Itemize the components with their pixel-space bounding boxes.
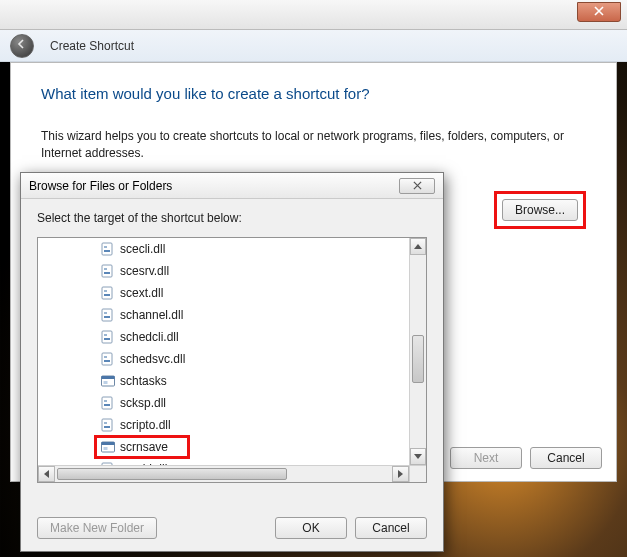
arrow-left-icon — [16, 38, 28, 53]
browse-dialog-title: Browse for Files or Folders — [29, 179, 172, 193]
browse-button[interactable]: Browse... — [502, 199, 578, 221]
wizard-title: Create Shortcut — [50, 39, 134, 53]
file-tree-item[interactable]: scripto.dll — [38, 414, 409, 436]
svg-rect-26 — [104, 422, 107, 424]
dll-file-icon — [100, 417, 116, 433]
file-tree-item-label: scrnsave — [120, 440, 168, 454]
browse-dialog-instruction: Select the target of the shortcut below: — [21, 199, 443, 233]
scroll-down-button[interactable] — [410, 448, 426, 465]
vertical-scroll-thumb[interactable] — [412, 335, 424, 383]
next-button[interactable]: Next — [450, 447, 522, 469]
application-icon — [100, 373, 116, 389]
close-icon — [413, 179, 422, 193]
svg-rect-15 — [102, 353, 112, 365]
svg-rect-13 — [104, 338, 110, 340]
file-tree-item[interactable]: scesrv.dll — [38, 260, 409, 282]
file-tree-item[interactable]: scrobj.dll — [38, 458, 409, 465]
browse-dialog-close-button[interactable] — [399, 178, 435, 194]
file-tree-item[interactable]: scext.dll — [38, 282, 409, 304]
file-tree-item[interactable]: scrnsave — [38, 436, 409, 458]
svg-rect-6 — [102, 287, 112, 299]
ok-button[interactable]: OK — [275, 517, 347, 539]
triangle-up-icon — [414, 244, 422, 249]
svg-rect-0 — [102, 243, 112, 255]
file-tree-item-label: scecli.dll — [120, 242, 165, 256]
svg-rect-24 — [102, 419, 112, 431]
svg-rect-7 — [104, 294, 110, 296]
file-tree-item-label: scksp.dll — [120, 396, 166, 410]
vertical-scrollbar[interactable] — [409, 238, 426, 465]
back-button[interactable] — [10, 34, 34, 58]
horizontal-scroll-thumb[interactable] — [57, 468, 287, 480]
file-tree: scecli.dllscesrv.dllscext.dllschannel.dl… — [37, 237, 427, 483]
cancel-button[interactable]: Cancel — [530, 447, 602, 469]
file-tree-item[interactable]: scksp.dll — [38, 392, 409, 414]
svg-rect-3 — [102, 265, 112, 277]
file-tree-item[interactable]: schedsvc.dll — [38, 348, 409, 370]
svg-rect-12 — [102, 331, 112, 343]
svg-rect-19 — [102, 376, 115, 379]
file-tree-item[interactable]: schannel.dll — [38, 304, 409, 326]
file-tree-viewport: scecli.dllscesrv.dllscext.dllschannel.dl… — [38, 238, 409, 465]
browse-dialog-titlebar: Browse for Files or Folders — [21, 173, 443, 199]
svg-rect-22 — [104, 404, 110, 406]
svg-rect-17 — [104, 356, 107, 358]
scroll-right-button[interactable] — [392, 466, 409, 482]
horizontal-scroll-track[interactable] — [55, 466, 392, 482]
browse-dialog: Browse for Files or Folders Select the t… — [20, 172, 444, 552]
make-new-folder-button[interactable]: Make New Folder — [37, 517, 157, 539]
svg-rect-25 — [104, 426, 110, 428]
horizontal-scrollbar[interactable] — [38, 465, 409, 482]
window-titlebar — [0, 0, 627, 30]
svg-rect-21 — [102, 397, 112, 409]
wizard-description: This wizard helps you to create shortcut… — [41, 128, 586, 163]
triangle-right-icon — [398, 470, 403, 478]
dll-file-icon — [100, 307, 116, 323]
close-icon — [594, 5, 604, 19]
file-tree-item-label: scripto.dll — [120, 418, 171, 432]
highlight-box: Browse... — [494, 191, 586, 229]
file-tree-item-label: schannel.dll — [120, 308, 183, 322]
dll-file-icon — [100, 395, 116, 411]
svg-rect-11 — [104, 312, 107, 314]
wizard-question: What item would you like to create a sho… — [41, 85, 586, 102]
svg-rect-20 — [104, 381, 108, 384]
scroll-left-button[interactable] — [38, 466, 55, 482]
svg-rect-8 — [104, 290, 107, 292]
svg-rect-29 — [104, 447, 108, 450]
dll-file-icon — [100, 329, 116, 345]
triangle-left-icon — [44, 470, 49, 478]
scroll-up-button[interactable] — [410, 238, 426, 255]
scroll-corner — [409, 465, 426, 482]
dll-file-icon — [100, 285, 116, 301]
file-tree-item[interactable]: scecli.dll — [38, 238, 409, 260]
application-icon — [100, 439, 116, 455]
svg-rect-23 — [104, 400, 107, 402]
file-tree-item-label: schedsvc.dll — [120, 352, 185, 366]
svg-rect-5 — [104, 268, 107, 270]
svg-rect-10 — [104, 316, 110, 318]
file-tree-item[interactable]: schedcli.dll — [38, 326, 409, 348]
file-tree-item-label: schedcli.dll — [120, 330, 179, 344]
svg-rect-9 — [102, 309, 112, 321]
vertical-scroll-track[interactable] — [410, 255, 426, 448]
file-tree-item-label: scesrv.dll — [120, 264, 169, 278]
file-tree-item[interactable]: schtasks — [38, 370, 409, 392]
dll-file-icon — [100, 351, 116, 367]
browse-cancel-button[interactable]: Cancel — [355, 517, 427, 539]
svg-rect-1 — [104, 250, 110, 252]
svg-rect-16 — [104, 360, 110, 362]
window-close-button[interactable] — [577, 2, 621, 22]
dll-file-icon — [100, 263, 116, 279]
file-tree-item-label: scext.dll — [120, 286, 163, 300]
svg-rect-2 — [104, 246, 107, 248]
triangle-down-icon — [414, 454, 422, 459]
file-tree-item-label: schtasks — [120, 374, 167, 388]
wizard-header: Create Shortcut — [0, 30, 627, 62]
svg-rect-28 — [102, 442, 115, 445]
svg-rect-4 — [104, 272, 110, 274]
svg-rect-14 — [104, 334, 107, 336]
dll-file-icon — [100, 241, 116, 257]
